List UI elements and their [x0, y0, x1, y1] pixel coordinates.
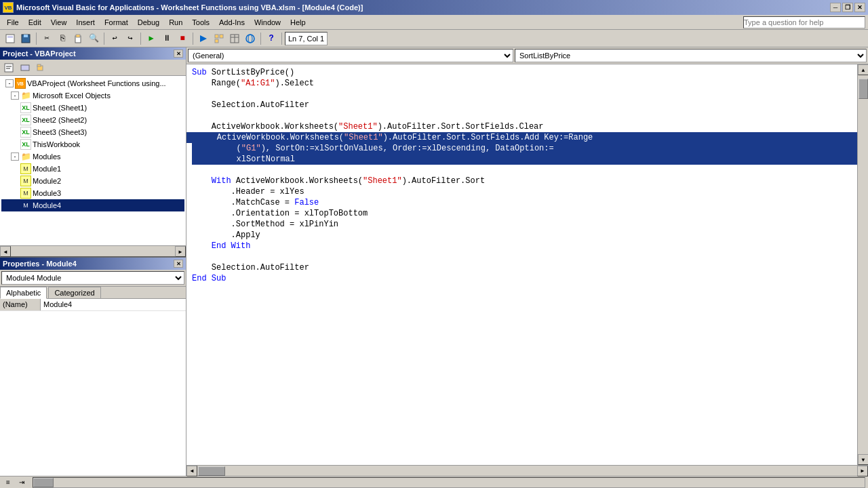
properties-dropdown[interactable]: Module4 Module	[1, 271, 184, 285]
menu-insert[interactable]: Insert	[72, 15, 99, 29]
cursor-position: Ln 7, Col 1	[285, 32, 328, 45]
code-line-7: ActiveWorkbook.Worksheets("Sheet1").Auto…	[192, 132, 857, 143]
status-indent[interactable]: ⇥	[16, 478, 27, 487]
tab-alphabetic[interactable]: Alphabetic	[0, 287, 47, 299]
tree-thisworkbook[interactable]: XL ThisWorkbook	[1, 138, 184, 150]
code-line-18	[186, 251, 857, 262]
vbaproject-label: VBAProject (Worksheet Functions using...	[27, 79, 166, 87]
svg-rect-15	[5, 64, 13, 72]
proj-scroll-left[interactable]: ◀	[0, 246, 11, 257]
toolbar-new-button[interactable]	[3, 31, 18, 46]
properties-tabs: Alphabetic Categorized	[0, 287, 186, 299]
menu-run[interactable]: Run	[165, 15, 186, 29]
code-line-14: .Orientation = xlTopToBottom	[186, 208, 857, 219]
procedure-dropdown[interactable]: SortListByPrice	[515, 49, 867, 62]
general-dropdown[interactable]: (General)	[188, 49, 513, 62]
code-line-11: With ActiveWorkbook.Worksheets("Sheet1")…	[186, 176, 857, 186]
expand-vbaproject[interactable]: -	[5, 79, 14, 87]
line-indicator-7	[186, 132, 192, 143]
code-hscrollbar[interactable]: ◀ ▶	[186, 465, 868, 476]
menu-file[interactable]: File	[3, 15, 23, 29]
proj-view-code[interactable]	[1, 60, 16, 75]
status-scroll-thumb[interactable]	[33, 478, 54, 487]
code-line-9: xlSortNormal	[192, 154, 857, 165]
module1-icon: M	[20, 163, 31, 174]
project-hscrollbar[interactable]: ◀ ▶	[0, 245, 186, 256]
proj-scroll-right[interactable]: ▶	[175, 246, 186, 257]
toolbar-pause-button[interactable]: ⏸	[159, 31, 174, 46]
code-line-10	[186, 165, 857, 176]
toolbar-cut-button[interactable]: ✂	[39, 31, 54, 46]
project-panel-header: Project - VBAProject ✕	[0, 47, 186, 60]
vscroll-down[interactable]: ▼	[858, 454, 868, 465]
properties-panel-close[interactable]: ✕	[174, 260, 183, 268]
tree-vbaproject[interactable]: - VB VBAProject (Worksheet Functions usi…	[1, 77, 184, 89]
toolbar-objectbrowser-button[interactable]	[243, 31, 258, 46]
toolbar-help-button[interactable]: ?	[264, 31, 279, 46]
minimize-button[interactable]: ─	[830, 3, 841, 12]
vscroll-thumb[interactable]	[859, 79, 868, 99]
code-area[interactable]: Sub SortListByPrice() Range("A1:G1").Sel…	[186, 64, 857, 465]
module4-icon: M	[20, 200, 31, 211]
toolbar-properties-button[interactable]	[227, 31, 242, 46]
hscroll-left[interactable]: ◀	[186, 466, 197, 476]
module2-icon: M	[20, 176, 31, 186]
menu-window[interactable]: Window	[250, 15, 285, 29]
vscroll-up[interactable]: ▲	[858, 64, 868, 75]
close-button[interactable]: ✕	[854, 3, 865, 12]
menu-tools[interactable]: Tools	[188, 15, 214, 29]
proj-scroll-track	[11, 246, 175, 256]
tree-module4[interactable]: M Module4	[1, 199, 184, 211]
toolbar-find-button[interactable]: 🔍	[86, 31, 101, 46]
menu-addins[interactable]: Add-Ins	[215, 15, 249, 29]
svg-marker-6	[200, 35, 207, 42]
module1-label: Module1	[33, 165, 61, 173]
hscroll-thumb[interactable]	[198, 466, 225, 476]
toolbar-save-button[interactable]	[18, 31, 33, 46]
proj-view-object[interactable]	[18, 60, 33, 75]
proj-toggle-folders[interactable]	[34, 60, 49, 75]
expand-modules[interactable]: -	[11, 152, 19, 161]
toolbar-paste-button[interactable]	[71, 31, 85, 46]
toolbar-separator-1	[36, 33, 37, 45]
tree-sheet3[interactable]: XL Sheet3 (Sheet3)	[1, 126, 184, 138]
menu-format[interactable]: Format	[100, 15, 132, 29]
status-align-left[interactable]: ≡	[3, 478, 14, 487]
code-line-2: Range("A1:G1").Select	[186, 78, 857, 89]
restore-button[interactable]: ❐	[842, 3, 853, 12]
code-line-8-container: ("G1"), SortOn:=xlSortOnValues, Order:=x…	[186, 143, 857, 154]
menu-help[interactable]: Help	[286, 15, 310, 29]
menu-debug[interactable]: Debug	[134, 15, 163, 29]
project-panel-close[interactable]: ✕	[174, 49, 183, 58]
code-editor: (General) SortListByPrice Sub SortListBy…	[186, 47, 868, 476]
toolbar-separator-5	[260, 33, 261, 45]
expand-excel-objects[interactable]: -	[11, 92, 19, 100]
help-search-input[interactable]	[743, 16, 865, 28]
module2-label: Module2	[33, 177, 61, 185]
tree-modules[interactable]: - 📁 Modules	[1, 150, 184, 163]
hscroll-right[interactable]: ▶	[857, 466, 868, 476]
toolbar-redo-button[interactable]: ↪	[123, 31, 138, 46]
menu-edit[interactable]: Edit	[24, 15, 45, 29]
tab-categorized[interactable]: Categorized	[48, 287, 100, 298]
tree-module1[interactable]: M Module1	[1, 163, 184, 175]
line-spacer-9	[186, 154, 192, 165]
menu-view[interactable]: View	[47, 15, 71, 29]
toolbar-undo-button[interactable]: ↩	[107, 31, 122, 46]
toolbar-copy-button[interactable]: ⎘	[55, 31, 70, 46]
toolbar-projectexplorer-button[interactable]	[212, 31, 226, 46]
code-vscrollbar[interactable]: ▲ ▼	[857, 64, 868, 465]
tree-excel-objects[interactable]: - 📁 Microsoft Excel Objects	[1, 89, 184, 102]
tree-sheet2[interactable]: XL Sheet2 (Sheet2)	[1, 114, 184, 126]
toolbar-stop-button[interactable]: ■	[175, 31, 190, 46]
svg-rect-3	[24, 35, 28, 37]
svg-rect-18	[21, 65, 29, 70]
thisworkbook-icon: XL	[20, 139, 31, 150]
tree-module3[interactable]: M Module3	[1, 187, 184, 199]
toolbar-run-button[interactable]: ▶	[144, 31, 159, 46]
tree-sheet1[interactable]: XL Sheet1 (Sheet1)	[1, 102, 184, 114]
toolbar-design-button[interactable]	[196, 31, 211, 46]
tree-module2[interactable]: M Module2	[1, 175, 184, 187]
project-tree: - VB VBAProject (Worksheet Functions usi…	[0, 76, 186, 245]
properties-panel-title: Properties - Module4	[3, 260, 77, 268]
